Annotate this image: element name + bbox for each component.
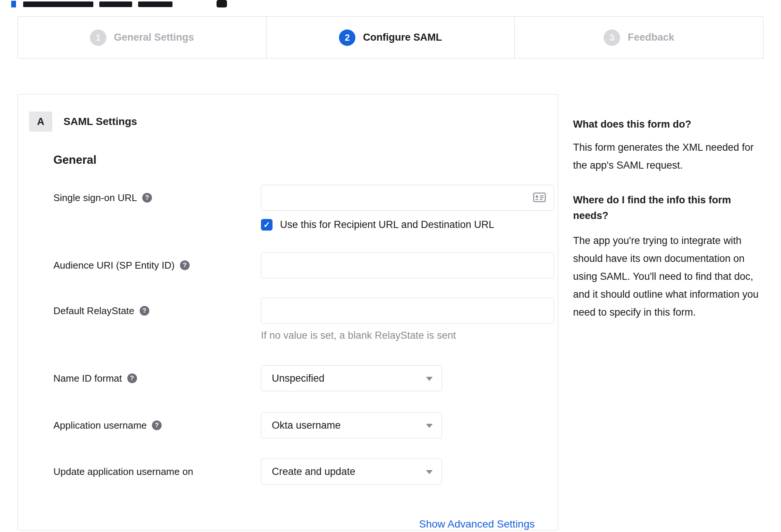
step-number-badge: 2 <box>339 29 355 46</box>
sidebar-question-2: Where do I find the info this form needs… <box>573 192 765 223</box>
general-section-title: General <box>53 153 558 167</box>
update-username-label: Update application username on <box>53 466 193 478</box>
nameid-format-row: Name ID format ? Unspecified <box>18 365 558 391</box>
chevron-down-icon <box>426 377 433 381</box>
help-icon[interactable]: ? <box>180 260 190 270</box>
step-label: Configure SAML <box>363 32 442 43</box>
clipped-title-fragment <box>138 1 172 7</box>
help-sidebar: What does this form do? This form genera… <box>573 94 765 321</box>
clipped-settings-icon <box>217 0 227 7</box>
help-icon[interactable]: ? <box>127 373 137 383</box>
panel-title: SAML Settings <box>63 116 137 128</box>
show-advanced-settings-link[interactable]: Show Advanced Settings <box>419 518 535 530</box>
sso-url-label: Single sign-on URL <box>53 192 137 204</box>
sso-url-row: Single sign-on URL ? <box>18 185 558 231</box>
relaystate-row: Default RelayState ? If no value is set,… <box>18 298 558 341</box>
step-label: Feedback <box>628 32 674 43</box>
sidebar-answer-1: This form generates the XML needed for t… <box>573 138 765 174</box>
application-username-select[interactable]: Okta username <box>261 412 442 438</box>
update-username-row: Update application username on Create an… <box>18 459 558 485</box>
clipped-title-fragment <box>99 1 132 7</box>
help-icon[interactable]: ? <box>142 193 152 203</box>
step-number-badge: 1 <box>90 29 106 46</box>
step-general-settings[interactable]: 1 General Settings <box>18 17 266 58</box>
sidebar-answer-2: The app you're trying to integrate with … <box>573 232 765 321</box>
application-username-label: Application username <box>53 420 147 431</box>
application-username-selected-value: Okta username <box>272 420 341 431</box>
clipped-logo-mark <box>11 1 16 7</box>
help-icon[interactable]: ? <box>152 420 162 430</box>
audience-uri-input[interactable] <box>261 252 554 278</box>
step-number-badge: 3 <box>604 29 620 46</box>
sidebar-question-1: What does this form do? <box>573 119 765 130</box>
contact-card-icon[interactable] <box>533 192 546 204</box>
application-username-row: Application username ? Okta username <box>18 412 558 438</box>
audience-uri-row: Audience URI (SP Entity ID) ? <box>18 252 558 278</box>
recipient-url-checkbox-label[interactable]: Use this for Recipient URL and Destinati… <box>280 219 494 231</box>
help-icon[interactable]: ? <box>140 306 149 316</box>
relaystate-label: Default RelayState <box>53 305 134 317</box>
nameid-format-select[interactable]: Unspecified <box>261 365 442 391</box>
nameid-format-selected-value: Unspecified <box>272 373 324 384</box>
section-a-badge: A <box>29 112 52 132</box>
update-username-selected-value: Create and update <box>272 466 355 478</box>
chevron-down-icon <box>426 470 433 474</box>
relaystate-helper-text: If no value is set, a blank RelayState i… <box>261 330 558 341</box>
recipient-url-checkbox[interactable]: ✓ <box>261 219 273 231</box>
step-configure-saml[interactable]: 2 Configure SAML <box>266 17 515 58</box>
audience-uri-label: Audience URI (SP Entity ID) <box>53 260 175 271</box>
sso-url-input[interactable] <box>261 185 554 211</box>
chevron-down-icon <box>426 424 433 428</box>
update-username-select[interactable]: Create and update <box>261 459 442 485</box>
nameid-format-label: Name ID format <box>53 373 122 384</box>
clipped-title-fragment <box>23 1 93 7</box>
step-feedback[interactable]: 3 Feedback <box>514 17 763 58</box>
clipped-page-title <box>0 0 781 8</box>
wizard-stepper: 1 General Settings 2 Configure SAML 3 Fe… <box>18 16 763 59</box>
relaystate-input[interactable] <box>261 298 554 324</box>
saml-settings-panel: A SAML Settings General Single sign-on U… <box>18 94 558 531</box>
step-label: General Settings <box>114 32 194 43</box>
